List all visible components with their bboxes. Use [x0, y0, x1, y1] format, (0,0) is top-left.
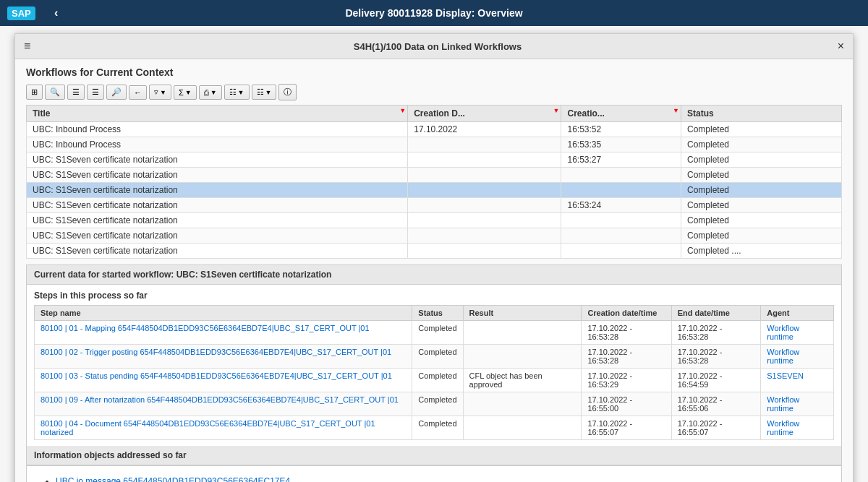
back-nav-button[interactable]: ← [129, 85, 147, 100]
step-name-cell[interactable]: 80100 | 03 - Status pending 654F448504DB… [35, 369, 412, 392]
workflow-time-cell [561, 183, 681, 198]
step-name-link: 80100 | 09 - After notarization 654F4485… [41, 395, 399, 404]
workflow-row[interactable]: UBC: S1Seven certificate notarization Co… [27, 213, 842, 228]
workflow-date-cell [408, 213, 561, 228]
step-agent-link: Workflow runtime [767, 348, 799, 365]
steps-table: Step name Status Result Creation date/ti… [34, 305, 834, 440]
page-title: Delivery 80011928 Display: Overview [345, 7, 522, 19]
back-arrow-icon[interactable]: ‹ [54, 7, 58, 20]
step-creation-cell: 17.10.2022 - 16:53:28 [582, 321, 671, 345]
step-name-cell[interactable]: 80100 | 09 - After notarization 654F4485… [35, 392, 412, 416]
print-button[interactable]: ⎙ ▼ [199, 85, 222, 100]
workflow-row[interactable]: UBC: Inbound Process 17.10.2022 16:53:52… [27, 122, 842, 137]
step-creation-cell: 17.10.2022 - 16:53:28 [582, 345, 671, 369]
step-agent-link: Workflow runtime [767, 419, 799, 436]
workflow-table-wrapper: Title ▼ Creation D... ▼ Creatio... ▼ Sta… [26, 105, 842, 259]
workflow-time-cell: 16:53:52 [561, 122, 681, 137]
workflow-status-cell: Completed .... [681, 244, 841, 259]
align-left-button[interactable]: ☰ [67, 85, 85, 100]
workflow-status-cell: Completed [681, 122, 841, 137]
hamburger-icon[interactable]: ≡ [24, 40, 30, 53]
col-step-agent: Agent [761, 306, 834, 321]
workflow-date-cell [408, 183, 561, 198]
step-row: 80100 | 01 - Mapping 654F448504DB1EDD93C… [35, 321, 834, 345]
step-name-cell[interactable]: 80100 | 02 - Trigger posting 654F448504D… [35, 345, 412, 369]
step-agent-link: Workflow runtime [767, 324, 799, 341]
info-objects-header: Information objects addressed so far [27, 446, 841, 465]
zoom-button[interactable]: 🔍 [45, 85, 65, 100]
step-creation-cell: 17.10.2022 - 16:55:00 [582, 392, 671, 416]
workflow-time-cell: 16:53:35 [561, 137, 681, 152]
find-button[interactable]: 🔎 [106, 85, 127, 100]
steps-title: Steps in this process so far [34, 291, 834, 301]
close-button[interactable]: × [838, 40, 844, 53]
workflow-title-cell: UBC: S1Seven certificate notarization [27, 152, 408, 168]
step-result-cell: CFL object has been approved [463, 369, 582, 392]
modal-title: S4H(1)/100 Data on Linked Workflows [38, 41, 837, 52]
workflow-time-cell: 16:53:27 [561, 152, 681, 168]
step-name-cell[interactable]: 80100 | 04 - Document 654F448504DB1EDD93… [35, 416, 412, 440]
filter-button[interactable]: ▿ ▼ [149, 85, 171, 100]
step-name-cell[interactable]: 80100 | 01 - Mapping 654F448504DB1EDD93C… [35, 321, 412, 345]
workflow-row[interactable]: UBC: Inbound Process 16:53:35 Completed [27, 137, 842, 152]
workflow-title-cell: UBC: Inbound Process [27, 122, 408, 137]
step-name-link: 80100 | 04 - Document 654F448504DB1EDD93… [41, 419, 375, 436]
col-step-result: Result [463, 306, 582, 321]
step-name-link: 80100 | 01 - Mapping 654F448504DB1EDD93C… [41, 324, 370, 332]
workflow-row[interactable]: UBC: S1Seven certificate notarization 16… [27, 152, 842, 168]
step-row: 80100 | 09 - After notarization 654F4485… [35, 392, 834, 416]
workflow-row[interactable]: UBC: S1Seven certificate notarization Co… [27, 228, 842, 244]
sum-button[interactable]: Σ ▼ [174, 85, 197, 100]
step-row: 80100 | 03 - Status pending 654F448504DB… [35, 369, 834, 392]
step-end-cell: 17.10.2022 - 16:53:28 [671, 345, 761, 369]
workflow-date-cell [408, 152, 561, 168]
step-result-cell [463, 321, 582, 345]
workflow-title-cell: UBC: S1Seven certificate notarization [27, 228, 408, 244]
info-button[interactable]: ⓘ [278, 84, 297, 100]
modal-container: ≡ S4H(1)/100 Data on Linked Workflows × … [14, 33, 854, 482]
workflow-date-cell [408, 244, 561, 259]
workflow-row[interactable]: UBC: S1Seven certificate notarization 16… [27, 198, 842, 213]
list-item: UBC.io message 654F448504DB1EDD93C56E636… [56, 476, 827, 482]
grid-view-button[interactable]: ⊞ [26, 85, 43, 100]
workflow-row[interactable]: UBC: S1Seven certificate notarization Co… [27, 183, 842, 198]
step-agent-cell[interactable]: Workflow runtime [761, 321, 834, 345]
step-result-cell [463, 392, 582, 416]
workflow-row[interactable]: UBC: S1Seven certificate notarization Co… [27, 168, 842, 183]
step-status-cell: Completed [412, 369, 463, 392]
workflow-title-cell: UBC: S1Seven certificate notarization [27, 213, 408, 228]
align-right-button[interactable]: ☰ [87, 85, 104, 100]
workflow-status-cell: Completed [681, 152, 841, 168]
date-filter-icon: ▼ [553, 107, 560, 114]
workflow-time-cell [561, 228, 681, 244]
layout-button[interactable]: ☷ ▼ [252, 85, 277, 100]
step-row: 80100 | 04 - Document 654F448504DB1EDD93… [35, 416, 834, 440]
export-button[interactable]: ☷ ▼ [224, 85, 250, 100]
workflow-date-cell [408, 228, 561, 244]
col-step-creation: Creation date/time [582, 306, 671, 321]
workflow-title-cell: UBC: S1Seven certificate notarization [27, 244, 408, 259]
workflow-date-cell [408, 168, 561, 183]
col-step-name: Step name [35, 306, 412, 321]
step-end-cell: 17.10.2022 - 16:54:59 [671, 369, 761, 392]
step-agent-cell[interactable]: Workflow runtime [761, 416, 834, 440]
workflow-status-cell: Completed [681, 183, 841, 198]
workflow-status-cell: Completed [681, 228, 841, 244]
step-agent-cell[interactable]: Workflow runtime [761, 345, 834, 369]
step-name-link: 80100 | 02 - Trigger posting 654F448504D… [41, 348, 391, 356]
step-end-cell: 17.10.2022 - 16:55:06 [671, 392, 761, 416]
info-object-link[interactable]: UBC.io message 654F448504DB1EDD93C56E636… [56, 476, 290, 482]
workflow-date-cell [408, 137, 561, 152]
step-agent-cell[interactable]: S1SEVEN [761, 369, 834, 392]
current-workflow-section: Current data for started workflow: UBC: … [26, 264, 842, 482]
info-objects-list: UBC.io message 654F448504DB1EDD93C56E636… [34, 472, 834, 482]
step-status-cell: Completed [412, 416, 463, 440]
step-name-link: 80100 | 03 - Status pending 654F448504DB… [41, 371, 392, 380]
step-agent-cell[interactable]: Workflow runtime [761, 392, 834, 416]
workflow-status-cell: Completed [681, 137, 841, 152]
workflow-row[interactable]: UBC: S1Seven certificate notarization Co… [27, 244, 842, 259]
workflow-time-cell [561, 168, 681, 183]
step-status-cell: Completed [412, 392, 463, 416]
col-creation-time: Creatio... ▼ [561, 106, 681, 122]
workflow-time-cell [561, 244, 681, 259]
